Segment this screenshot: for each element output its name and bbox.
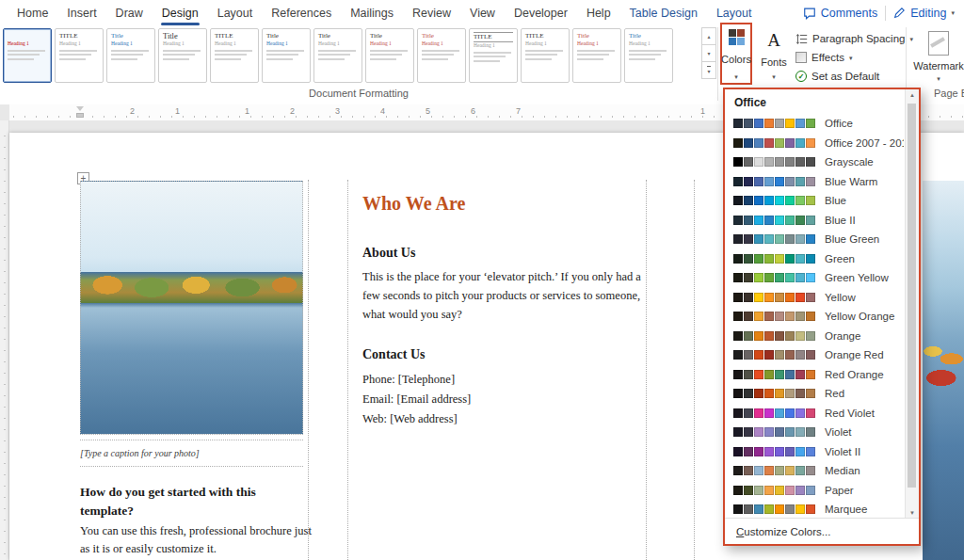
theme-grayscale[interactable]: Grayscale bbox=[725, 152, 904, 172]
comments-button[interactable]: Comments bbox=[795, 7, 885, 20]
paragraph-spacing-button[interactable]: Paragraph Spacing ▾ bbox=[795, 29, 913, 48]
theme-office-2007-2010[interactable]: Office 2007 - 2010 bbox=[725, 134, 904, 153]
thumb-title: TITLE bbox=[525, 32, 565, 40]
style-set-thumbnail[interactable]: TitleHeading 1 bbox=[313, 28, 362, 83]
theme-paper[interactable]: Paper bbox=[725, 481, 904, 501]
theme-orange-red[interactable]: Orange Red bbox=[725, 345, 904, 365]
color-swatch bbox=[733, 389, 743, 398]
editing-button[interactable]: Editing ▾ bbox=[886, 7, 962, 20]
left-column-heading[interactable]: How do you get started with this templat… bbox=[80, 483, 301, 520]
indent-marker-icon[interactable] bbox=[76, 106, 84, 111]
theme-violet-ii[interactable]: Violet II bbox=[725, 442, 904, 462]
contact-us-heading[interactable]: Contact Us bbox=[362, 347, 426, 362]
color-swatch bbox=[806, 273, 815, 282]
scrollbar-thumb[interactable] bbox=[908, 104, 916, 488]
theme-blue-ii[interactable]: Blue II bbox=[725, 211, 904, 231]
style-set-thumbnail[interactable]: TitleHeading 1 bbox=[624, 28, 673, 83]
style-set-thumbnail[interactable]: TITLEHeading 1 bbox=[521, 28, 570, 83]
style-set-thumbnail[interactable]: TITLEHeading 1 bbox=[469, 28, 518, 83]
color-swatch bbox=[733, 370, 743, 379]
style-set-thumbnail[interactable]: Heading 1 bbox=[3, 28, 52, 83]
fonts-icon: A bbox=[767, 31, 780, 50]
about-us-heading[interactable]: About Us bbox=[362, 246, 415, 261]
gallery-scroll: ▴ ▾ ▾ bbox=[701, 28, 716, 79]
right-photo-sliver bbox=[923, 181, 964, 560]
theme-yellow[interactable]: Yellow bbox=[725, 288, 904, 308]
theme-violet[interactable]: Violet bbox=[725, 423, 904, 442]
theme-yellow-orange[interactable]: Yellow Orange bbox=[725, 307, 904, 327]
theme-green-yellow[interactable]: Green Yellow bbox=[725, 268, 904, 288]
scroll-down-icon[interactable]: ▼ bbox=[906, 510, 919, 516]
style-set-thumbnail[interactable]: TitleHeading 1 bbox=[158, 28, 207, 83]
theme-orange[interactable]: Orange bbox=[725, 327, 904, 346]
theme-red-orange[interactable]: Red Orange bbox=[725, 365, 904, 385]
tab-help[interactable]: Help bbox=[577, 0, 620, 25]
gallery-down-button[interactable]: ▾ bbox=[701, 44, 716, 62]
caption-box[interactable]: [Type a caption for your photo] bbox=[80, 440, 303, 467]
tab-layout[interactable]: Layout bbox=[208, 0, 263, 25]
theme-red[interactable]: Red bbox=[725, 384, 904, 404]
palette-swatch bbox=[729, 38, 736, 45]
theme-swatches bbox=[733, 389, 815, 398]
style-set-thumbnail[interactable]: TITLEHeading 1 bbox=[210, 28, 259, 83]
color-swatch bbox=[754, 486, 763, 495]
photo-caption[interactable]: [Type a caption for your photo] bbox=[80, 448, 200, 458]
theme-red-violet[interactable]: Red Violet bbox=[725, 404, 904, 424]
thumb-heading: Heading 1 bbox=[111, 40, 151, 47]
tab-references[interactable]: References bbox=[262, 0, 341, 25]
theme-marquee[interactable]: Marquee bbox=[725, 500, 904, 518]
gallery-up-button[interactable]: ▴ bbox=[701, 27, 716, 45]
about-us-body[interactable]: This is the place for your ‘elevator pit… bbox=[362, 267, 645, 324]
tab-mailings[interactable]: Mailings bbox=[341, 0, 403, 25]
tab-insert[interactable]: Insert bbox=[57, 0, 105, 25]
theme-blue-warm[interactable]: Blue Warm bbox=[725, 172, 904, 192]
customize-colors-item[interactable]: Customize Colors... bbox=[725, 518, 919, 544]
tab-draw[interactable]: Draw bbox=[106, 0, 153, 25]
color-swatch bbox=[785, 196, 795, 205]
color-swatch bbox=[806, 350, 815, 360]
watermark-button[interactable]: Watermark ▾ bbox=[913, 26, 964, 85]
set-as-default-button[interactable]: ✓ Set as Default bbox=[795, 67, 913, 86]
color-swatch bbox=[795, 196, 805, 205]
theme-blue[interactable]: Blue bbox=[725, 191, 904, 211]
tab-design[interactable]: Design bbox=[153, 0, 208, 25]
tab-view[interactable]: View bbox=[460, 0, 505, 25]
theme-name: Blue Warm bbox=[825, 176, 877, 187]
left-column-body[interactable]: You can use this fresh, professional bro… bbox=[80, 522, 317, 559]
fonts-button[interactable]: A Fonts ▾ bbox=[756, 26, 792, 83]
tab-developer[interactable]: Developer bbox=[505, 0, 577, 25]
theme-green[interactable]: Green bbox=[725, 249, 904, 269]
style-set-thumbnail[interactable]: TitleHeading 1 bbox=[365, 28, 414, 83]
theme-office[interactable]: Office bbox=[725, 114, 904, 134]
color-swatch bbox=[764, 273, 774, 282]
style-set-thumbnail[interactable]: TITLEHeading 1 bbox=[55, 28, 104, 83]
effects-button[interactable]: Effects ▾ bbox=[795, 48, 913, 67]
style-set-thumbnail[interactable]: TitleHeading 1 bbox=[262, 28, 311, 83]
menu-scrollbar[interactable]: ▲ ▼ bbox=[905, 89, 919, 519]
color-swatch bbox=[785, 234, 795, 244]
color-swatch bbox=[806, 312, 815, 321]
contact-lines[interactable]: Phone: [Telephone]Email: [Email address]… bbox=[362, 370, 471, 429]
style-set-thumbnail[interactable]: TitleHeading 1 bbox=[106, 28, 155, 83]
color-swatch bbox=[744, 466, 753, 475]
indent-marker-icon[interactable] bbox=[76, 113, 84, 118]
colors-button[interactable]: Colors ▾ bbox=[722, 24, 750, 83]
tab-table-design-contextual[interactable]: Table Design bbox=[620, 0, 707, 25]
theme-median[interactable]: Median bbox=[725, 461, 904, 481]
tab-review[interactable]: Review bbox=[403, 0, 460, 25]
brochure-photo[interactable] bbox=[80, 181, 303, 435]
who-we-are-heading[interactable]: Who We Are bbox=[362, 193, 637, 215]
gallery-more-button[interactable]: ▾ bbox=[701, 61, 716, 79]
thumb-heading: Heading 1 bbox=[215, 40, 254, 47]
tab-home[interactable]: Home bbox=[8, 0, 57, 25]
style-set-thumbnail[interactable]: TitleHeading 1 bbox=[572, 28, 621, 83]
color-swatch bbox=[744, 350, 753, 360]
tab-layout-contextual[interactable]: Layout bbox=[707, 0, 762, 25]
vertical-ruler[interactable] bbox=[0, 120, 9, 560]
theme-name: Yellow Orange bbox=[825, 311, 894, 322]
style-set-thumbnail[interactable]: TitleHeading 1 bbox=[417, 28, 466, 83]
color-swatch bbox=[764, 234, 774, 244]
scroll-up-icon[interactable]: ▲ bbox=[906, 92, 919, 98]
theme-blue-green[interactable]: Blue Green bbox=[725, 230, 904, 249]
color-swatch bbox=[795, 293, 805, 302]
